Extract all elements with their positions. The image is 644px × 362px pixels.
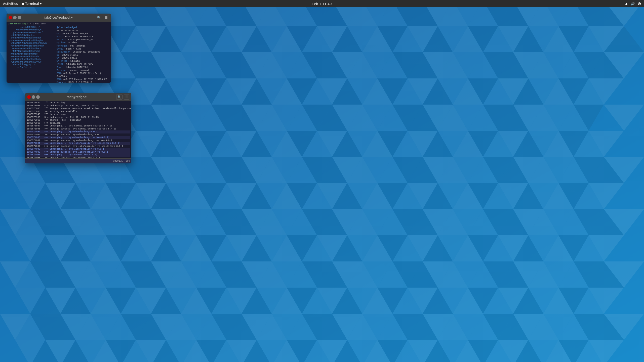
terminal-2-body: 1580573852: *** terminating. 1580573905:… (25, 101, 131, 158)
neofetch-wm-theme: WM Theme: Adwaita (57, 60, 109, 63)
prompt-username: jale2ice@redgod (8, 23, 28, 25)
topbar-clock: Feb 1 11:40 (312, 1, 332, 6)
terminal-window-2: ✕ − □ root@redgod:~ 🔍 ☰ 1580573852: *** … (25, 93, 131, 163)
activities-button[interactable]: Activities (3, 2, 18, 6)
neofetch-username-line: jale2ice@redgod (57, 26, 109, 29)
terminal-1-title: jale2ice@redgod:~ (44, 16, 73, 19)
neofetch-wm: WM: GNOME Shell (57, 57, 109, 60)
log-line-18: 1580574003: === Unmerging... (sys-devel/… (27, 154, 130, 157)
neofetch-os: OS: Gentoo/Linux x86_64 (57, 32, 109, 35)
neofetch-memory: Memory: 1792MiB / 32059MiB (57, 81, 109, 83)
neofetch-ascii-art: `-/oydmMMMMMdhy+` .+hNMMMMMMMMMMMNmdhy+ … (8, 26, 55, 83)
log-line-4: 1580573940: *** terminating. (27, 113, 130, 116)
terminal-taskbar-label: Terminal (25, 2, 39, 6)
terminal-taskbar-button[interactable]: ▪ Terminal ▾ (22, 2, 42, 6)
terminal-1-close-button[interactable]: ✕ (9, 16, 12, 19)
log-line-10: 1580573998: === Unmerging... (sys-devel/… (27, 130, 130, 133)
log-line-5: 1580573966: Started emerge on: Feb 01, 2… (27, 116, 130, 119)
log-line-19: 1580574005: >>> unmerge success: sys-dev… (27, 157, 130, 158)
terminal-2-menu-button[interactable]: ☰ (124, 95, 129, 100)
terminal-2-actions: 🔍 ☰ (116, 95, 129, 100)
terminal-dropdown-icon: ▾ (40, 2, 42, 6)
log-line-14: 1580574001: === Unmerging... (sys-libs/c… (27, 142, 130, 145)
log-line-1: 1580573905: Started emerge on: Feb 01, 2… (27, 105, 130, 108)
terminal-2-minimize-button[interactable]: − (32, 95, 35, 99)
terminal-2-titlebar: ✕ − □ root@redgod:~ 🔍 ☰ (25, 93, 131, 101)
terminal-1-prompt-command: jale2ice@redgod ~ $ neofetch (8, 23, 109, 26)
log-line-15: 1580574002: >>> unmerge success: sys-lib… (27, 145, 130, 148)
neofetch-host: Host: X570 AORUS MASTER -CF (57, 35, 109, 38)
terminal-2-title: root@redgod:~ (67, 95, 90, 99)
power-icon[interactable]: ⏻ (638, 2, 641, 6)
terminal-window-1: ✕ − □ jale2ice@redgod:~ 🔍 ☰ jale2ice@red… (7, 14, 111, 83)
topbar-left: Activities ▪ Terminal ▾ (3, 2, 42, 6)
statusbar-mode: Bot (126, 160, 130, 162)
terminal-2-statusbar: 34991,1 Bot (25, 158, 131, 163)
neofetch-terminal: Terminal: gnome-terminal (57, 69, 109, 72)
log-line-12: 1580574000: === Unmerging... (sys-devel/… (27, 136, 130, 139)
neofetch-output: `-/oydmMMMMMdhy+` .+hNMMMMMMMMMMMNmdhy+ … (8, 26, 109, 83)
neofetch-shell: Shell: bash 4.4.23 (57, 48, 109, 51)
terminal-2-maximize-button[interactable]: □ (36, 95, 40, 99)
neofetch-cpu: CPU: AMD Ryzen 9 3900X 12- (24) @ 3.639G… (57, 72, 109, 78)
log-line-3: 1580573940: >>> exiting successfully. (27, 110, 130, 113)
terminal-1-minimize-button[interactable]: − (13, 16, 17, 19)
neofetch-packages: Packages: 987 (emerge) (57, 44, 109, 48)
neofetch-uptime: Uptime: 15 mins (57, 41, 109, 44)
neofetch-kernel: Kernel: 5.5.0-gentoo-x86_64 (57, 38, 109, 41)
terminal-1-body: jale2ice@redgod ~ $ neofetch `-/oydmMMMM… (7, 22, 111, 83)
topbar: Activities ▪ Terminal ▾ Feb 1 11:40 ▲ 🔊 … (0, 0, 644, 7)
terminal-2-controls: ✕ − □ (27, 95, 40, 99)
volume-icon[interactable]: 🔊 (631, 2, 635, 6)
neofetch-theme: Theme: Adwaita-dark [GTK2/3] (57, 63, 109, 66)
topbar-right: ▲ 🔊 ⏻ (625, 2, 641, 6)
log-line-6: 1580573966: *** emerge --ask --depclean (27, 119, 130, 122)
terminal-2-search-button[interactable]: 🔍 (116, 95, 123, 100)
datetime-display: Feb 1 11:40 (312, 2, 332, 6)
log-line-8: 1580573987: === Unmerging... (sys-kernel… (27, 125, 130, 128)
terminal-1-titlebar: ✕ − □ jale2ice@redgod:~ 🔍 ☰ (7, 14, 111, 22)
terminal-taskbar-icon: ▪ (22, 2, 24, 6)
neofetch-de: DE: GNOME 3.32.2 (57, 54, 109, 57)
neofetch-resolution: Resolution: 2560x1440, 1920x1080 (57, 51, 109, 54)
neofetch-info: jale2ice@redgod ---------------- OS: Gen… (57, 26, 109, 83)
neofetch-separator: ---------------- (57, 29, 109, 32)
statusbar-position: 34991,1 (113, 160, 123, 162)
terminal-1-menu-button[interactable]: ☰ (104, 15, 109, 20)
terminal-1-actions: 🔍 ☰ (96, 15, 109, 20)
terminal-1-search-button[interactable]: 🔍 (96, 15, 102, 20)
log-line-13: 1580574001: >>> unmerge success: sys-dev… (27, 139, 130, 142)
terminal-1-controls: ✕ − □ (9, 16, 21, 19)
log-line-2: 1580573905: *** emerge --newuse --update… (27, 107, 130, 110)
log-line-9: 1580573998: >>> unmerge success: sys-ker… (27, 128, 130, 131)
log-line-11: 1580574000: >>> unmerge success: sys-dev… (27, 133, 130, 137)
log-line-16: 1580574002: === Unmerging... (sys-libs/c… (27, 148, 130, 151)
neofetch-gpu: GPU: AMD ATI Radeon RX 5700 / 5700 XT (57, 78, 109, 81)
log-line-0: 1580573852: *** terminating. (27, 102, 130, 105)
terminal-2-close-button[interactable]: ✕ (27, 95, 31, 99)
log-line-7: 1580573966: >>> depclean (27, 122, 130, 125)
network-icon[interactable]: ▲ (625, 2, 628, 6)
terminal-1-maximize-button[interactable]: □ (18, 16, 21, 19)
log-line-17: 1580574003: >>> unmerge success: sys-lib… (27, 151, 130, 154)
neofetch-icons: Icons: Adwaita [GTK2/3] (57, 66, 109, 69)
